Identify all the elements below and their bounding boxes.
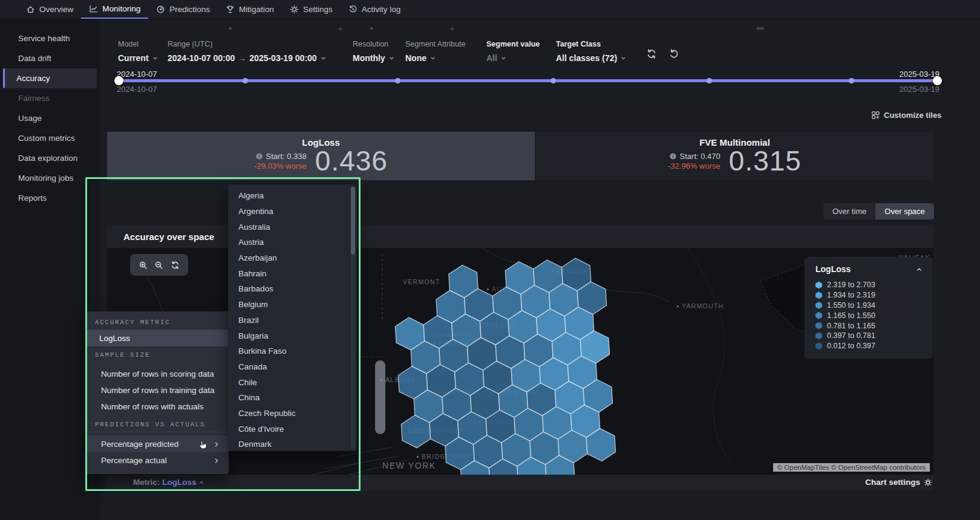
tile-start-value: Start: 0.470 [680, 152, 720, 161]
submenu-item-australia[interactable]: Australia [228, 219, 357, 235]
legend-entry: 1.934 to 2.319 [815, 290, 923, 301]
legend-collapse-icon[interactable] [915, 265, 923, 273]
chart-footer: Metric: LogLoss Chart settings [107, 475, 933, 491]
sidebar-label: Data exploration [18, 154, 77, 163]
customize-tiles-button[interactable]: Customize tiles [871, 111, 941, 120]
customize-tiles-label: Customize tiles [884, 111, 941, 120]
range-select[interactable]: 2024-10-07 00:00→2025-03-19 00:00 [168, 53, 327, 63]
metric-tile-fve-multinomial[interactable]: FVE Multinomial Start: 0.470 -32.96% wor… [536, 132, 933, 180]
nav-overview-label: Overview [39, 5, 73, 14]
chevron-down-icon [320, 55, 327, 62]
legend-range: 1.165 to 1.550 [827, 311, 875, 320]
submenu-item-barbados[interactable]: Barbados [228, 281, 357, 297]
sidebar-item-monitoring-jobs[interactable]: Monitoring jobs [3, 168, 97, 188]
menu-item-percentage-actual[interactable]: Percentage actual [85, 452, 229, 469]
target-class-value: All classes (72) [556, 53, 617, 63]
range-label: Range (UTC) [168, 40, 327, 48]
sidebar-item-usage[interactable]: Usage [3, 108, 97, 128]
segment-value-select[interactable]: All [486, 53, 540, 63]
nav-mitigation[interactable]: Mitigation [218, 0, 282, 19]
sidebar-item-data-exploration[interactable]: Data exploration [3, 148, 97, 168]
submenu-scrollbar-thumb[interactable] [351, 187, 355, 255]
segment-value-value: All [486, 53, 497, 63]
sidebar-item-custom-metrics[interactable]: Custom metrics [3, 128, 97, 148]
toggle-over-time[interactable]: Over time [823, 203, 875, 219]
timeline-handle-start[interactable] [114, 76, 123, 85]
submenu-item-brazil[interactable]: Brazil [228, 313, 357, 328]
model-select[interactable]: Current [118, 53, 158, 63]
submenu-item-belgium[interactable]: Belgium [228, 297, 357, 313]
metric-dropdown-button[interactable]: LogLoss [162, 478, 204, 487]
nav-activity-log[interactable]: Activity log [341, 0, 409, 19]
target-class-select[interactable]: All classes (72) [556, 53, 627, 63]
legend-entry: 0.397 to 0.781 [815, 331, 923, 341]
revert-button[interactable] [668, 48, 679, 59]
nav-predictions[interactable]: Predictions [148, 0, 218, 19]
submenu-item-austria[interactable]: Austria [228, 235, 357, 250]
submenu-item-argentina[interactable]: Argentina [228, 204, 357, 219]
menu-item-label: Number of rows in training data [101, 386, 215, 395]
chevron-down-icon [620, 55, 627, 62]
submenu-item-cote-divoire[interactable]: Côte d'Ivoire [228, 421, 357, 437]
segment-attribute-select[interactable]: None [405, 53, 465, 63]
tile-value: 0.315 [729, 148, 802, 175]
submenu-item-chile[interactable]: Chile [228, 374, 357, 390]
target-class-control: Target Class All classes (72) [556, 40, 627, 63]
zoom-out-icon[interactable] [154, 261, 163, 270]
info-icon[interactable] [669, 152, 677, 160]
sidebar-item-fairness[interactable]: Fairness [3, 88, 97, 108]
submenu-item-azerbaijan[interactable]: Azerbaijan [228, 250, 357, 266]
nav-overview[interactable]: Overview [18, 0, 81, 19]
zoom-in-icon[interactable] [139, 261, 148, 270]
nav-monitoring[interactable]: Monitoring [81, 0, 148, 19]
submenu-item-burkina-faso[interactable]: Burkina Faso [228, 343, 357, 359]
chart-settings-label: Chart settings [865, 478, 920, 487]
menu-item-label: LogLoss [99, 334, 130, 343]
menu-item-percentage-predicted[interactable]: Percentage predicted [85, 436, 229, 452]
menu-item-rows-actuals[interactable]: Number of rows with actuals [85, 398, 229, 415]
menu-item-rows-training[interactable]: Number of rows in training data [85, 382, 229, 398]
scrollbar-thumb[interactable] [375, 360, 385, 434]
timeline-tick[interactable] [243, 78, 248, 83]
chart-title: Accuracy over space [123, 232, 214, 242]
resolution-select[interactable]: Monthly [353, 53, 395, 63]
menu-item-rows-scoring[interactable]: Number of rows in scoring data [85, 366, 229, 382]
timeline-tick[interactable] [395, 78, 400, 83]
chevron-right-icon [213, 441, 220, 448]
sidebar-item-accuracy[interactable]: Accuracy [3, 68, 97, 88]
submenu-item-bulgaria[interactable]: Bulgaria [228, 328, 357, 343]
submenu-item-canada[interactable]: Canada [228, 359, 357, 375]
nav-settings[interactable]: Settings [282, 0, 341, 19]
nav-monitoring-label: Monitoring [102, 4, 140, 13]
refresh-button[interactable] [646, 48, 657, 59]
legend-entry: 1.165 to 1.550 [815, 310, 923, 320]
history-icon [348, 5, 358, 14]
menu-item-logloss[interactable]: LogLoss [85, 330, 229, 346]
legend-entry: 0.012 to 0.397 [815, 341, 923, 351]
toggle-over-space[interactable]: Over space [875, 203, 933, 219]
timeline-slider-track[interactable] [117, 79, 939, 82]
submenu-item-china[interactable]: China [228, 390, 357, 406]
metric-tile-logloss[interactable]: LogLoss Start: 0.338 -29.03% worse 0.436 [107, 132, 535, 180]
submenu-item-denmark[interactable]: Denmark [228, 437, 357, 451]
legend-swatch [815, 291, 822, 299]
submenu-item-algeria[interactable]: Algeria [228, 188, 357, 204]
submenu-item-czech-republic[interactable]: Czech Republic [228, 406, 357, 421]
sidebar-item-reports[interactable]: Reports [3, 188, 97, 208]
legend-swatch [815, 342, 822, 349]
sidebar-item-data-drift[interactable]: Data drift [3, 48, 97, 68]
chart-settings-button[interactable]: Chart settings [865, 478, 932, 487]
menu-section-accuracy-metric: ACCURACY METRIC [85, 311, 229, 330]
segment-attribute-value: None [405, 53, 426, 63]
trophy-icon [226, 5, 235, 14]
tile-delta: -32.96% worse [668, 161, 720, 171]
zoom-reset-icon[interactable] [171, 261, 180, 270]
sidebar-item-service-health[interactable]: Service health [3, 28, 97, 48]
timeline-handle-end[interactable] [933, 76, 942, 85]
timeline-tick[interactable] [550, 78, 556, 83]
submenu-item-bahrain[interactable]: Bahrain [228, 265, 357, 281]
info-icon[interactable] [255, 152, 263, 160]
sidebar-label: Custom metrics [18, 134, 75, 143]
segment-attribute-control: Segment Attribute None [405, 40, 465, 63]
menu-item-label: Number of rows in scoring data [101, 369, 214, 379]
